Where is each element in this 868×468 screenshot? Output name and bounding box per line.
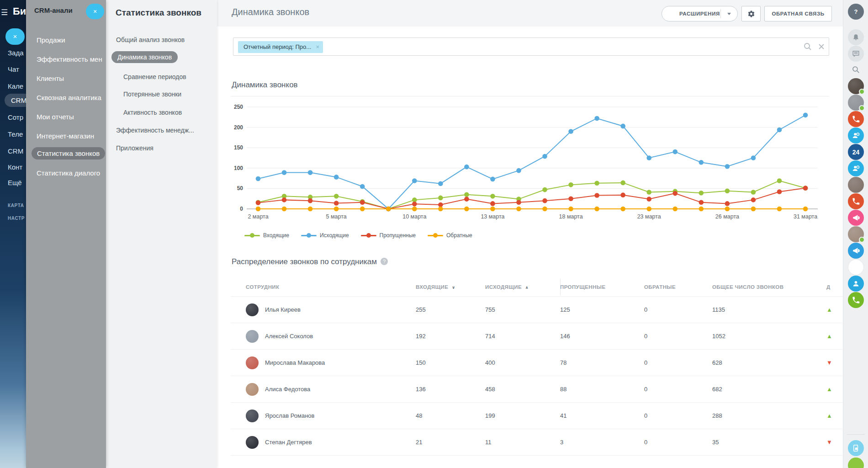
submenu-item-0[interactable]: Общий анализ звонков (116, 36, 185, 43)
filter-chip-report-period[interactable]: Отчетный период: Про... × (238, 41, 323, 53)
phone-icon[interactable] (848, 193, 864, 209)
outgoing-count: 11 (485, 439, 560, 446)
sidebar-item-2[interactable]: Кале (8, 82, 23, 90)
employee-name: Ярослав Романов (265, 412, 315, 419)
sidebar-item-4[interactable]: Сотр (8, 113, 23, 121)
help-icon[interactable]: ? (848, 4, 864, 20)
megaphone-icon[interactable] (848, 243, 864, 259)
submenu-item-1[interactable]: Динамика звонков (111, 51, 178, 63)
total-count: 628 (712, 359, 826, 366)
table-row-3[interactable]: Алиса Федотова136458880682▲ (231, 376, 843, 402)
settings-button[interactable] (741, 6, 761, 21)
table-row-0[interactable]: Илья Киреев25575512501135▲ (231, 296, 843, 323)
sidebar-item-5[interactable]: Теле (8, 130, 23, 138)
megaphone-icon[interactable] (848, 210, 864, 226)
phone-icon[interactable] (848, 111, 864, 127)
svg-text:31 марта: 31 марта (794, 213, 817, 220)
legend-item-0[interactable]: Входящие (244, 232, 289, 239)
submenu-item-6[interactable]: Приложения (116, 144, 153, 152)
missed-count: 3 (560, 439, 644, 446)
submenu-item-5[interactable]: Эффективность менедж... (116, 127, 194, 134)
employee-name: Алиса Федотова (265, 386, 310, 393)
filter-search-bar[interactable]: Отчетный период: Про... × (233, 37, 829, 56)
submenu-item-2[interactable]: Сравнение периодов (123, 73, 186, 80)
search-icon[interactable] (804, 43, 812, 51)
outgoing-count: 458 (485, 386, 560, 393)
overlay-menu-item-4[interactable]: Мои отчеты (37, 113, 74, 121)
b24-icon[interactable]: 24 (848, 144, 864, 160)
employee-name: Алексей Соколов (265, 333, 313, 340)
overlay-menu-item-7[interactable]: Статистика диалого (37, 169, 100, 177)
header-column-separator (560, 279, 561, 295)
legend-item-1[interactable]: Исходящие (301, 232, 349, 239)
overlay-menu-item-1[interactable]: Эффективность мен (37, 55, 102, 63)
logo-text: Би (13, 5, 26, 17)
callback-count: 0 (644, 386, 712, 393)
table-row-1[interactable]: Алексей Соколов19271414601052▲ (231, 323, 843, 349)
circle-icon[interactable] (848, 259, 864, 275)
legend-item-3[interactable]: Обратные (428, 232, 472, 239)
table-row-2[interactable]: Мирослава Макарова150400780628▼ (231, 349, 843, 376)
callback-count: 0 (644, 359, 712, 366)
sidebar-item-6[interactable]: CRM (8, 147, 23, 155)
missed-count: 78 (560, 359, 644, 366)
column-header-4[interactable]: ОБРАТНЫЕ (644, 284, 712, 290)
phone-icon[interactable] (848, 292, 864, 308)
legend-item-2[interactable]: Пропущенные (361, 232, 416, 239)
svg-text:23 марта: 23 марта (637, 213, 661, 220)
extensions-button[interactable]: РАСШИРЕНИЯ (662, 6, 738, 21)
feedback-button[interactable]: ОБРАТНАЯ СВЯЗЬ (764, 6, 832, 21)
avatar[interactable] (848, 78, 864, 94)
device-icon[interactable] (848, 440, 864, 456)
search-icon[interactable] (848, 62, 864, 78)
outgoing-count: 755 (485, 306, 560, 313)
sidebar-item-0[interactable]: Зада (8, 49, 24, 57)
sidebar-item-8[interactable]: Ещё (8, 179, 22, 186)
submenu-item-3[interactable]: Потерянные звонки (123, 90, 181, 98)
column-header-6[interactable]: Д (826, 284, 845, 290)
sidebar-footer-item-0[interactable]: КАРТА (8, 203, 24, 208)
avatar (246, 330, 259, 343)
column-header-2[interactable]: ИСХОДЯЩИЕ ∧ (485, 284, 560, 290)
avatar[interactable] (848, 226, 864, 242)
help-icon[interactable]: ? (381, 258, 388, 265)
tab-close-button[interactable]: × (86, 4, 104, 19)
chip-close-icon[interactable]: × (316, 41, 320, 53)
trend-up-icon: ▲ (826, 386, 845, 393)
avatar[interactable] (848, 95, 864, 111)
menu-close-button[interactable]: × (5, 28, 25, 45)
table-row-partial[interactable] (231, 455, 843, 468)
clear-filter-icon[interactable] (817, 43, 826, 51)
chevron-down-icon[interactable] (727, 13, 731, 15)
sidebar-footer-item-1[interactable]: НАСТР (8, 216, 25, 221)
bell-icon[interactable] (848, 29, 864, 45)
person-clock-icon[interactable] (848, 128, 864, 144)
overlay-menu-item-6[interactable]: Статистика звонков (32, 147, 105, 160)
chat-icon[interactable] (848, 46, 864, 62)
column-header-3[interactable]: ПРОПУЩЕННЫЕ (560, 284, 644, 290)
sidebar-item-1[interactable]: Чат (8, 65, 19, 73)
hamburger-icon[interactable]: ☰ (1, 8, 8, 17)
callback-count: 0 (644, 333, 712, 340)
overlay-menu-item-0[interactable]: Продажи (37, 36, 65, 44)
column-header-1[interactable]: ВХОДЯЩИЕ ∨ (416, 284, 485, 290)
table-row-5[interactable]: Степан Дегтярев21113035▼ (231, 429, 843, 455)
table-row-4[interactable]: Ярослав Романов48199410288▲ (231, 402, 843, 429)
employee-name: Илья Киреев (265, 306, 301, 313)
outgoing-count: 714 (485, 333, 560, 340)
submenu-item-4[interactable]: Активность звонков (123, 109, 182, 116)
column-header-0[interactable]: СОТРУДНИК (246, 284, 416, 290)
calls-dynamics-chart[interactable]: 0501001502002502 марта5 марта10 марта13 … (228, 103, 829, 232)
sidebar-item-7[interactable]: Конт (8, 163, 22, 171)
avatar[interactable] (848, 177, 864, 193)
column-header-5[interactable]: ОБЩЕЕ ЧИСЛО ЗВОНКОВ (712, 284, 826, 290)
person-icon[interactable] (848, 276, 864, 292)
incoming-count: 21 (416, 439, 485, 446)
avatar (246, 356, 259, 369)
overlay-menu-item-5[interactable]: Интернет-магазин (37, 132, 94, 140)
person-clock-icon[interactable] (848, 160, 864, 176)
table-title-text: Распределение звонков по сотрудникам (232, 257, 377, 266)
circle-icon[interactable] (848, 457, 864, 468)
overlay-menu-item-2[interactable]: Клиенты (37, 74, 64, 82)
overlay-menu-item-3[interactable]: Сквозная аналитика (37, 94, 101, 101)
